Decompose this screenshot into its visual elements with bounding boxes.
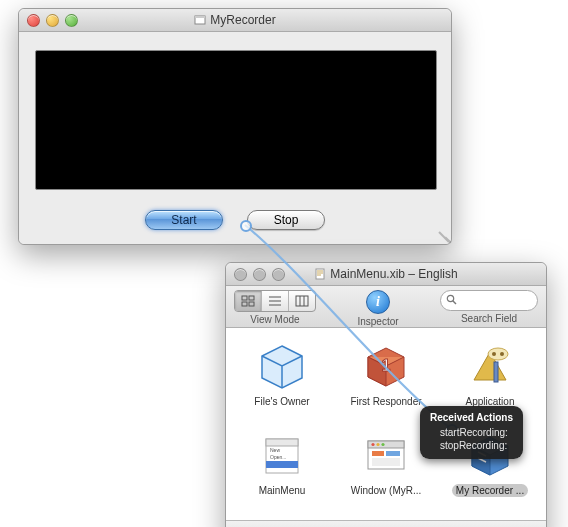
svg-rect-16: [266, 439, 298, 446]
recorder-window: MyRecorder Start Stop: [18, 8, 452, 245]
svg-rect-6: [249, 302, 254, 306]
minimize-icon[interactable]: [253, 268, 266, 281]
view-mode-segmented[interactable]: [234, 290, 316, 312]
red-cube-icon: 1: [360, 340, 412, 392]
xib-statusbar: MyRecorder.xcodeproj: [226, 520, 546, 527]
recorder-title-text: MyRecorder: [210, 13, 275, 27]
svg-rect-2: [316, 269, 324, 279]
window-icon: [360, 429, 412, 481]
view-mode-group: View Mode: [234, 290, 316, 325]
svg-rect-11: [494, 362, 498, 382]
xib-item-label: First Responder: [346, 395, 425, 408]
inspector-label: Inspector: [357, 316, 398, 327]
svg-point-22: [371, 443, 374, 446]
application-icon: [464, 340, 516, 392]
svg-rect-26: [386, 451, 400, 456]
close-icon[interactable]: [234, 268, 247, 281]
xib-toolbar: View Mode i Inspector Search Field: [226, 286, 546, 328]
svg-text:1: 1: [382, 357, 391, 374]
stop-button[interactable]: Stop: [247, 210, 325, 230]
svg-rect-25: [372, 451, 384, 456]
svg-rect-0: [195, 16, 205, 24]
xib-item-label: Window (MyR...: [347, 484, 426, 497]
svg-line-9: [453, 301, 456, 304]
recorder-titlebar[interactable]: MyRecorder: [19, 9, 451, 32]
inspector-icon[interactable]: i: [366, 290, 390, 314]
menu-icon: New Open...: [256, 429, 308, 481]
inspector-group: i Inspector: [357, 290, 398, 327]
minimize-icon[interactable]: [46, 14, 59, 27]
search-label: Search Field: [461, 313, 517, 324]
svg-point-8: [447, 295, 453, 301]
view-mode-label: View Mode: [250, 314, 299, 325]
button-row: Start Stop: [35, 210, 435, 230]
start-button[interactable]: Start: [145, 210, 223, 230]
hud-action-start[interactable]: startRecording:: [430, 426, 513, 440]
xib-item-files-owner[interactable]: File's Owner: [232, 338, 332, 421]
xib-item-label: My Recorder ...: [452, 484, 528, 497]
traffic-lights: [234, 268, 285, 281]
xib-item-mainmenu[interactable]: New Open... MainMenu: [232, 427, 332, 510]
svg-point-12: [488, 348, 508, 360]
document-icon: [314, 268, 326, 280]
search-group: Search Field: [440, 290, 538, 324]
hud-action-stop[interactable]: stopRecording:: [430, 439, 513, 453]
svg-rect-19: [266, 461, 298, 468]
svg-point-13: [492, 352, 496, 356]
hud-title: Received Actions: [430, 411, 513, 425]
svg-rect-3: [242, 296, 247, 300]
svg-point-23: [376, 443, 379, 446]
search-field[interactable]: [440, 290, 538, 311]
svg-rect-5: [242, 302, 247, 306]
view-mode-icons-icon[interactable]: [235, 291, 262, 311]
view-mode-list-icon[interactable]: [262, 291, 289, 311]
xib-window: MainMenu.xib – English View Mode i Inspe…: [225, 262, 547, 527]
view-mode-columns-icon[interactable]: [289, 291, 315, 311]
video-preview: [35, 50, 437, 190]
xib-item-label: MainMenu: [255, 484, 310, 497]
svg-text:New: New: [270, 447, 280, 453]
search-icon: [446, 294, 457, 305]
xib-title-text: MainMenu.xib – English: [330, 267, 457, 281]
search-input[interactable]: [460, 294, 532, 308]
svg-rect-7: [296, 296, 308, 306]
traffic-lights: [27, 14, 78, 27]
zoom-icon[interactable]: [65, 14, 78, 27]
svg-point-24: [381, 443, 384, 446]
svg-rect-4: [249, 296, 254, 300]
zoom-icon[interactable]: [272, 268, 285, 281]
cube-icon: [256, 340, 308, 392]
recorder-title: MyRecorder: [19, 9, 451, 31]
actions-hud: Received Actions startRecording: stopRec…: [420, 406, 523, 459]
svg-rect-27: [372, 458, 400, 466]
connection-start-handle[interactable]: [240, 220, 252, 232]
xib-item-label: File's Owner: [250, 395, 313, 408]
window-icon: [194, 14, 206, 26]
xib-titlebar[interactable]: MainMenu.xib – English: [226, 263, 546, 286]
recorder-body: Start Stop: [19, 32, 451, 244]
svg-text:Open...: Open...: [270, 454, 286, 460]
close-icon[interactable]: [27, 14, 40, 27]
svg-rect-1: [195, 16, 205, 18]
svg-point-14: [500, 352, 504, 356]
resize-grip[interactable]: [437, 230, 449, 242]
